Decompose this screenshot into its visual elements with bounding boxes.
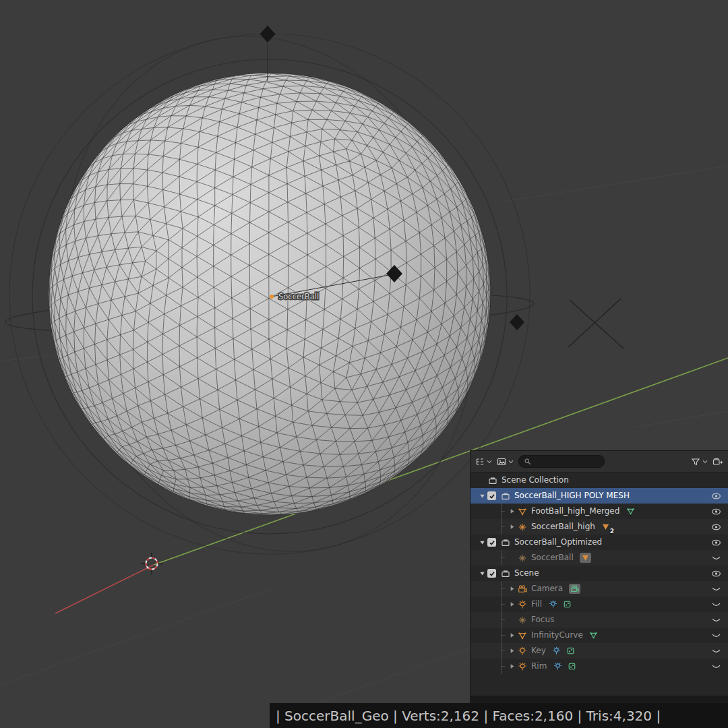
expand-arrow-icon[interactable]: [507, 659, 517, 674]
new-collection-button[interactable]: [712, 457, 723, 466]
collection-checkbox[interactable]: [487, 538, 496, 547]
visibility-toggle[interactable]: [710, 508, 722, 515]
visibility-toggle[interactable]: [710, 539, 722, 546]
outliner-row-camera[interactable]: Camera: [471, 581, 728, 597]
empty-object-icon: [517, 615, 527, 625]
outliner-row-scene-collection[interactable]: Scene Collection: [471, 473, 728, 488]
expand-arrow-icon[interactable]: [507, 643, 517, 659]
outliner-row-football-high-merged[interactable]: FootBall_high_Merged: [471, 504, 728, 519]
expand-arrow-icon[interactable]: [507, 504, 517, 519]
outliner-row-soccerball-high-poly-mesh[interactable]: SoccerBall_HIGH POLY MESH: [471, 488, 728, 504]
object-name[interactable]: Rim: [531, 659, 547, 674]
visibility-toggle[interactable]: [710, 555, 722, 562]
expand-arrow-icon[interactable]: [507, 581, 517, 597]
filter-button[interactable]: [691, 457, 708, 466]
object-name[interactable]: Camera: [531, 581, 563, 597]
eye-closed-icon: [711, 663, 721, 670]
expand-arrow-icon[interactable]: [507, 628, 517, 643]
object-label: SoccerBall: [278, 292, 319, 301]
x-axis-line: [55, 565, 154, 613]
collection-checkbox[interactable]: [487, 491, 496, 500]
cursor-3d[interactable]: [141, 553, 162, 574]
visibility-toggle[interactable]: [710, 663, 722, 670]
expander-spacer: [507, 612, 517, 628]
outliner-row-rim[interactable]: Rim: [471, 659, 728, 674]
search-input[interactable]: [535, 457, 599, 466]
search-icon: [524, 458, 531, 465]
empty-object-icon: [517, 522, 527, 532]
collection-name[interactable]: Scene Collection: [502, 473, 569, 488]
outliner-search[interactable]: [518, 455, 605, 468]
chevron-down-icon: [487, 460, 492, 464]
display-mode-icon: [497, 457, 506, 466]
filter-funnel-icon: [691, 457, 700, 466]
outliner-row-soccerball-high[interactable]: SoccerBall_high 2: [471, 519, 728, 535]
object-name[interactable]: FootBall_high_Merged: [531, 504, 619, 519]
object-name[interactable]: SoccerBall_high: [531, 519, 595, 535]
outliner-row-focus[interactable]: Focus: [471, 612, 728, 628]
tree-connector: [497, 643, 507, 659]
expander-spacer: [507, 550, 517, 566]
status-bar: | SoccerBall_Geo | Verts:2,162 | Faces:2…: [270, 703, 728, 728]
mesh-data-icon[interactable]: [626, 507, 635, 516]
visibility-toggle[interactable]: [710, 648, 722, 655]
light-data-icon[interactable]: [548, 600, 557, 609]
expand-arrow-icon[interactable]: [507, 519, 517, 535]
outliner-header: [471, 451, 728, 473]
editor-type-button[interactable]: [475, 457, 492, 466]
tree-connector: [497, 550, 507, 566]
object-name[interactable]: Focus: [531, 612, 554, 628]
empty-object-icon: [517, 553, 527, 563]
outliner-row-fill[interactable]: Fill: [471, 597, 728, 612]
collection-name[interactable]: SoccerBall_HIGH POLY MESH: [514, 488, 630, 504]
collection-name[interactable]: SoccerBall_Optimized: [514, 535, 602, 550]
row-badges: [552, 646, 576, 656]
row-badges: [553, 662, 576, 671]
outliner-row-infinitycurve[interactable]: InfinityCurve: [471, 628, 728, 643]
visibility-toggle[interactable]: [710, 570, 722, 577]
display-mode-button[interactable]: [497, 457, 514, 466]
instanced-mesh-icon[interactable]: 2: [601, 522, 611, 532]
collection-name[interactable]: Scene: [514, 566, 539, 581]
mesh-data-icon[interactable]: [580, 553, 591, 563]
visibility-toggle[interactable]: [710, 493, 722, 499]
outliner-row-soccerball[interactable]: SoccerBall: [471, 550, 728, 566]
visibility-toggle[interactable]: [710, 524, 722, 530]
object-name[interactable]: Key: [531, 643, 546, 659]
nodetree-icon[interactable]: [562, 600, 572, 609]
row-badges: [626, 507, 635, 516]
tree-connector: [497, 581, 507, 597]
visibility-toggle[interactable]: [710, 586, 722, 593]
chevron-down-icon: [702, 460, 708, 464]
camera-object-icon: [517, 584, 527, 594]
collapse-arrow-icon[interactable]: [477, 566, 487, 581]
row-badges: [589, 631, 599, 640]
eye-open-icon: [711, 539, 721, 546]
visibility-toggle[interactable]: [710, 601, 722, 608]
outliner-row-soccerball-optimized[interactable]: SoccerBall_Optimized: [471, 535, 728, 550]
visibility-toggle[interactable]: [710, 632, 722, 639]
visibility-toggle[interactable]: [710, 617, 722, 624]
nodetree-icon[interactable]: [566, 646, 576, 656]
eye-closed-icon: [711, 555, 721, 562]
object-name[interactable]: InfinityCurve: [531, 628, 583, 643]
expand-arrow-icon[interactable]: [507, 597, 517, 612]
light-data-icon[interactable]: [552, 646, 562, 656]
light-data-icon[interactable]: [553, 662, 562, 671]
object-name[interactable]: SoccerBall: [531, 550, 574, 566]
camera-data-icon[interactable]: [569, 584, 580, 594]
outliner-tree: Scene Collection SoccerBall_HIGH POLY ME…: [471, 473, 728, 674]
outliner-row-key[interactable]: Key: [471, 643, 728, 659]
tree-connector: [497, 597, 507, 612]
collapse-arrow-icon[interactable]: [477, 535, 487, 550]
collection-checkbox[interactable]: [487, 569, 496, 578]
object-name[interactable]: Fill: [531, 597, 542, 612]
collapse-arrow-icon[interactable]: [477, 488, 487, 504]
tree-connector: [497, 612, 507, 628]
mesh-data-icon[interactable]: [589, 631, 599, 640]
nodetree-icon[interactable]: [567, 662, 576, 671]
outliner-row-scene[interactable]: Scene: [471, 566, 728, 581]
empty-axes-cross[interactable]: [568, 299, 624, 348]
outliner-editor-icon: [475, 457, 485, 466]
object-origin[interactable]: [270, 295, 274, 299]
